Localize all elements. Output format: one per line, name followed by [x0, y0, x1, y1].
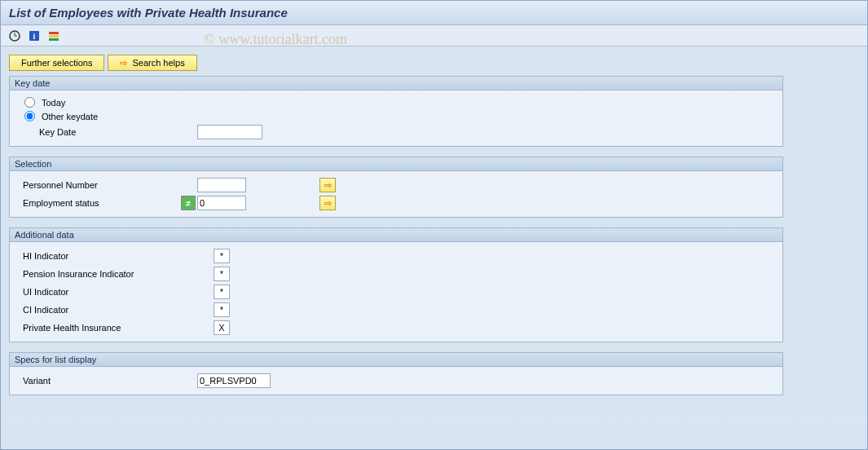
label-today: Today — [42, 98, 65, 108]
exclude-icon[interactable]: ≠ — [181, 196, 196, 210]
label-ci-indicator: CI Indicator — [18, 305, 214, 315]
svg-text:i: i — [33, 32, 36, 41]
group-keydate: Key date Today Other keydate Key Date — [9, 76, 783, 147]
multiple-selection-empstatus-button[interactable]: ⇨ — [319, 196, 336, 210]
label-variant: Variant — [18, 376, 197, 386]
execute-icon[interactable] — [7, 29, 22, 43]
svg-rect-7 — [49, 38, 59, 41]
label-private-health-insurance: Private Health Insurance — [18, 323, 214, 333]
input-hi-indicator[interactable] — [214, 249, 230, 263]
input-ui-indicator[interactable] — [214, 285, 230, 299]
svg-rect-6 — [49, 35, 59, 38]
radio-today[interactable] — [24, 97, 35, 108]
label-keydate: Key Date — [18, 127, 197, 137]
label-pension-indicator: Pension Insurance Indicator — [18, 269, 214, 279]
group-specs: Specs for list display Variant — [9, 352, 783, 395]
svg-rect-5 — [49, 32, 59, 34]
radio-other-keydate[interactable] — [24, 111, 35, 121]
input-ci-indicator[interactable] — [214, 302, 230, 317]
input-variant[interactable] — [197, 373, 271, 388]
further-selections-button[interactable]: Further selections — [9, 55, 104, 71]
page-title: List of Employees with Private Health In… — [1, 1, 867, 25]
input-employment-status[interactable] — [197, 196, 246, 210]
group-selection: Selection Personnel Number ⇨ Employment … — [9, 157, 783, 218]
input-private-health-insurance[interactable] — [214, 320, 230, 335]
color-bars-icon[interactable] — [46, 29, 61, 43]
label-ui-indicator: UI Indicator — [18, 287, 214, 297]
label-personnel-number: Personnel Number — [18, 180, 197, 190]
info-icon[interactable]: i — [27, 29, 42, 43]
input-pension-indicator[interactable] — [214, 267, 230, 281]
search-helps-button[interactable]: ⇨ Search helps — [108, 55, 196, 71]
group-selection-header: Selection — [10, 157, 782, 171]
label-other-keydate: Other keydate — [42, 112, 98, 121]
group-specs-header: Specs for list display — [10, 353, 782, 367]
group-additional-header: Additional data — [10, 228, 782, 242]
group-keydate-header: Key date — [10, 77, 782, 90]
label-hi-indicator: HI Indicator — [18, 251, 214, 261]
arrow-right-icon: ⇨ — [120, 58, 127, 68]
multiple-selection-pernr-button[interactable]: ⇨ — [319, 178, 336, 192]
label-employment-status: Employment status — [18, 198, 181, 208]
input-personnel-number[interactable] — [197, 178, 246, 192]
group-additional-data: Additional data HI Indicator Pension Ins… — [9, 227, 783, 342]
input-keydate[interactable] — [197, 125, 262, 139]
toolbar: i — [1, 25, 867, 46]
